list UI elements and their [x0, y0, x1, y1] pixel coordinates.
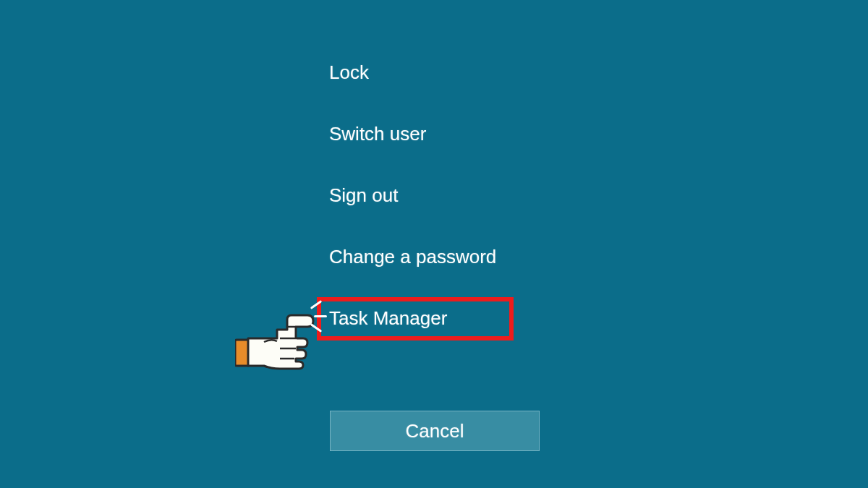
pointing-hand-icon: [235, 302, 329, 374]
svg-rect-0: [235, 340, 250, 366]
menu-item-change-password[interactable]: Change a password: [329, 239, 496, 275]
menu-item-sign-out[interactable]: Sign out: [329, 177, 496, 214]
menu-item-task-manager[interactable]: Task Manager: [329, 300, 496, 337]
security-options-menu: Lock Switch user Sign out Change a passw…: [329, 54, 496, 361]
menu-item-switch-user[interactable]: Switch user: [329, 116, 496, 153]
menu-item-lock[interactable]: Lock: [329, 54, 496, 91]
cancel-button[interactable]: Cancel: [330, 411, 540, 451]
